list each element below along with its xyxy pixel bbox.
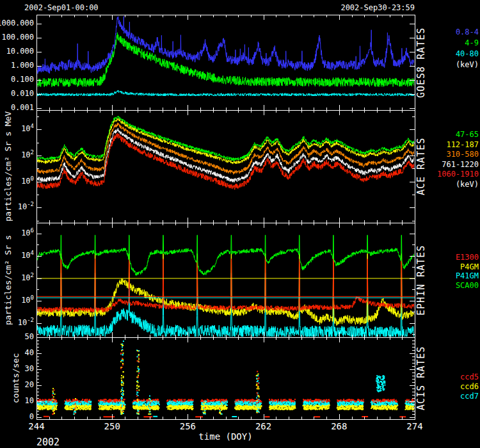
legend-761-1220: 761-1220 — [408, 161, 479, 169]
xtick-label: 244 — [23, 422, 50, 431]
end-date-label: 2002-Sep30-23:59 — [340, 4, 415, 12]
xtick-label: 268 — [326, 422, 353, 431]
legend-P4GM: P4GM — [408, 263, 479, 271]
ytick-label: 100.000 — [1, 33, 34, 42]
ytick-label: 100 — [21, 296, 34, 305]
ytick-label: 10 — [25, 397, 34, 405]
legend-SCA00: SCA00 — [408, 282, 479, 290]
legend-0.8-4: 0.8-4 — [408, 28, 479, 36]
ytick-label: 102 — [21, 274, 34, 282]
ephin-y-axis-label: particles/cm² Sr s — [4, 223, 14, 337]
legend-ccd7: ccd7 — [408, 392, 479, 401]
ytick-label: 20 — [25, 381, 34, 389]
legend-P41GM: P41GM — [408, 272, 479, 280]
legend-E1300: E1300 — [408, 253, 479, 262]
ytick-label: 10.000 — [6, 47, 34, 56]
legend-47-65: 47-65 — [408, 131, 479, 139]
legend-ccd6: ccd6 — [408, 383, 479, 391]
ace-y-axis-label: particles/cm² Sr s MeV — [4, 110, 14, 223]
xtick-label: 256 — [174, 422, 201, 431]
ytick-label: 40 — [25, 349, 34, 357]
x-axis-year-label: 2002 — [36, 438, 60, 448]
ytick-label: 104 — [21, 252, 34, 260]
ytick-label: 100 — [21, 177, 34, 186]
legend-1060-1910: 1060-1910 — [408, 170, 479, 179]
ytick-label: 10-2 — [18, 319, 34, 327]
xtick-label: 274 — [401, 422, 428, 431]
acis-y-axis-label: counts/sec — [12, 337, 22, 419]
ytick-label: 0.100 — [11, 76, 34, 84]
legend-40-80: 40-80 — [408, 50, 479, 58]
ytick-label: 0 — [29, 413, 34, 421]
ytick-label: 0.010 — [11, 90, 34, 98]
legend-ccd5: ccd5 — [408, 373, 479, 381]
legend-310-580: 310-580 — [408, 150, 479, 159]
ytick-label: 0.001 — [11, 104, 34, 112]
ytick-label: 10-2 — [18, 203, 34, 211]
legend-keV: (keV) — [408, 61, 479, 69]
start-date-label: 2002-Sep01-00:00 — [24, 4, 99, 12]
legend-112-187: 112-187 — [408, 141, 479, 149]
ytick-label: 106 — [21, 229, 34, 237]
ytick-label: 30 — [25, 365, 34, 373]
ytick-label: 102 — [21, 151, 34, 159]
xtick-label: 262 — [250, 422, 277, 431]
ytick-label: 104 — [21, 125, 34, 133]
radiation-monitor-chart: 2002-Sep01-00:00 2002-Sep30-23:59 GOES8 … — [0, 0, 480, 448]
ytick-label: 50 — [25, 333, 34, 341]
ytick-label: 1.000 — [11, 61, 34, 70]
legend-keV: (keV) — [408, 180, 479, 189]
xtick-label: 250 — [99, 422, 125, 431]
legend-4-9: 4-9 — [408, 39, 479, 47]
ytick-label: 1000.000 — [0, 19, 34, 28]
x-axis-label: time (DOY) — [187, 432, 264, 442]
labels-overlay: 2002-Sep01-00:00 2002-Sep30-23:59 GOES8 … — [0, 0, 480, 448]
